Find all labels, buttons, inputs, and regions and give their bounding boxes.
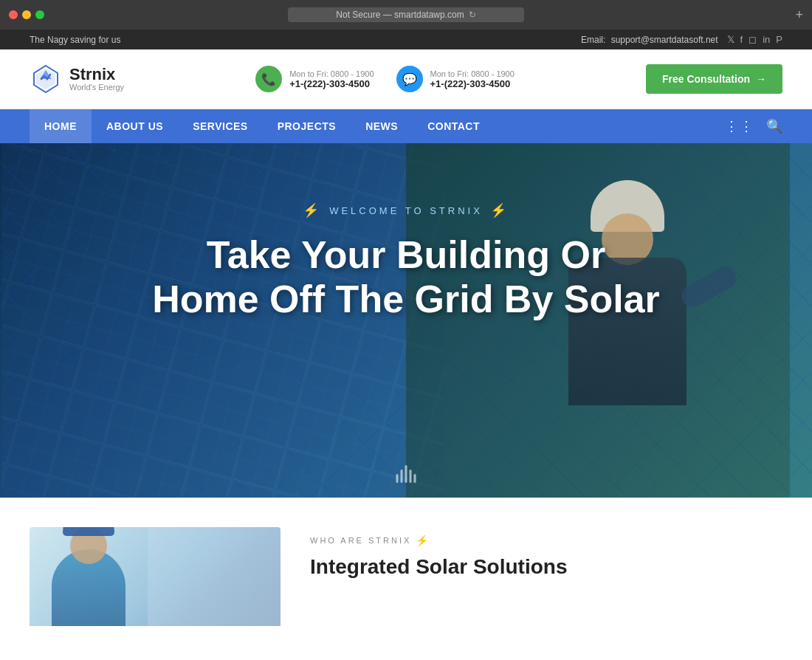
- logo-icon: [30, 63, 62, 95]
- social-icons: 𝕏 f ◻ in P: [727, 34, 782, 45]
- below-hero-title: Integrated Solar Solutions: [310, 555, 782, 579]
- hero-content: ⚡ WELCOME TO STRNIX ⚡ Take Your Building…: [0, 143, 812, 322]
- bolt-icon: ⚡: [416, 534, 430, 546]
- navbar: HOME ABOUT US SERVICES PROJECTS NEWS CON…: [0, 109, 812, 143]
- linkedin-icon[interactable]: in: [763, 34, 770, 45]
- address-bar[interactable]: Not Secure — smartdatawp.com ↻: [288, 7, 524, 22]
- topbar-email: Email: support@smartdatasoft.net: [581, 35, 718, 45]
- nav-item-contact[interactable]: CONTACT: [413, 109, 495, 143]
- search-icon[interactable]: 🔍: [766, 118, 782, 134]
- hero-title: Take Your Building Or Home Off The Grid …: [148, 233, 664, 322]
- refresh-icon[interactable]: ↻: [469, 10, 476, 20]
- nav-item-about[interactable]: ABOUT US: [92, 109, 178, 143]
- chat-contact: 💬 Mon to Fri: 0800 - 1900 +1-(222)-303-4…: [396, 66, 515, 92]
- chat-number: +1-(222)-303-4500: [430, 78, 515, 89]
- header-contacts: 📞 Mon to Fri: 0800 - 1900 +1-(222)-303-4…: [255, 66, 515, 92]
- section-image: [30, 527, 281, 626]
- hero-title-line2: Home Off The Grid By Solar: [152, 278, 660, 320]
- who-label: WHO ARE STRNIX ⚡: [310, 534, 782, 546]
- cta-label: Free Consultation: [662, 73, 750, 85]
- new-tab-button[interactable]: +: [795, 7, 803, 23]
- nav-item-services[interactable]: SERVICES: [178, 109, 263, 143]
- twitter-icon[interactable]: 𝕏: [727, 34, 734, 45]
- site-wrapper: The Nagy saving for us Email: support@sm…: [0, 30, 812, 660]
- solar-icon-right: ⚡: [490, 202, 509, 219]
- nav-item-news[interactable]: NEWS: [351, 109, 413, 143]
- browser-chrome: Not Secure — smartdatawp.com ↻ +: [0, 0, 812, 30]
- logo-name: Strnix: [69, 66, 124, 83]
- email-label: Email:: [581, 35, 605, 45]
- minimize-button[interactable]: [22, 10, 31, 19]
- logo-tagline: World's Energy: [69, 83, 124, 92]
- logo-area: Strnix World's Energy: [30, 63, 124, 95]
- chat-contact-text: Mon to Fri: 0800 - 1900 +1-(222)-303-450…: [430, 69, 515, 89]
- nav-item-projects[interactable]: PROJECTS: [263, 109, 351, 143]
- logo-text-area: Strnix World's Energy: [69, 66, 124, 92]
- slider-bar-4: [410, 470, 412, 483]
- phone-contact-text: Mon to Fri: 0800 - 1900 +1-(222)-303-450…: [289, 69, 374, 89]
- phone-contact: 📞 Mon to Fri: 0800 - 1900 +1-(222)-303-4…: [255, 66, 374, 92]
- facebook-icon[interactable]: f: [740, 34, 743, 45]
- pinterest-icon[interactable]: P: [776, 34, 782, 45]
- phone-icon: 📞: [255, 66, 282, 92]
- phone-label: Mon to Fri: 0800 - 1900: [289, 69, 374, 78]
- image-bg-right: [148, 527, 281, 626]
- chat-icon: 💬: [396, 66, 423, 92]
- chat-label: Mon to Fri: 0800 - 1900: [430, 69, 515, 78]
- slider-bar-2: [401, 470, 403, 483]
- top-bar: The Nagy saving for us Email: support@sm…: [0, 30, 812, 49]
- traffic-lights: [9, 10, 44, 19]
- slider-bar-3: [405, 465, 407, 483]
- hero-subtitle: ⚡ WELCOME TO STRNIX ⚡: [0, 202, 812, 219]
- nav-items: HOME ABOUT US SERVICES PROJECTS NEWS CON…: [30, 109, 495, 143]
- below-hero-right-content: WHO ARE STRNIX ⚡ Integrated Solar Soluti…: [310, 527, 782, 626]
- email-address: support@smartdatasoft.net: [611, 35, 718, 45]
- below-hero-section: WHO ARE STRNIX ⚡ Integrated Solar Soluti…: [0, 498, 812, 626]
- hero-title-line1: Take Your Building Or: [207, 233, 605, 276]
- site-header: Strnix World's Energy 📞 Mon to Fri: 0800…: [0, 49, 812, 109]
- maximize-button[interactable]: [35, 10, 44, 19]
- slider-bar-5: [414, 474, 416, 483]
- nav-item-home[interactable]: HOME: [30, 109, 92, 143]
- close-button[interactable]: [9, 10, 18, 19]
- nav-right: ⋮⋮ 🔍: [725, 118, 782, 134]
- topbar-right: Email: support@smartdatasoft.net 𝕏 f ◻ i…: [581, 34, 782, 45]
- address-text: Not Secure — smartdatawp.com: [336, 10, 464, 20]
- hero-subtitle-text: WELCOME TO STRNIX: [329, 205, 483, 216]
- topbar-left-text: The Nagy saving for us: [30, 35, 120, 45]
- hero-section: ⚡ WELCOME TO STRNIX ⚡ Take Your Building…: [0, 143, 812, 498]
- phone-number: +1-(222)-303-4500: [289, 78, 374, 89]
- who-label-text: WHO ARE STRNIX: [310, 536, 411, 545]
- slider-bar-1: [396, 474, 399, 483]
- cta-arrow: →: [756, 73, 766, 85]
- nav-menu-icon[interactable]: ⋮⋮: [725, 118, 754, 134]
- instagram-icon[interactable]: ◻: [749, 34, 757, 45]
- slider-indicator: [396, 465, 416, 483]
- person-helmet: [63, 527, 114, 536]
- solar-icon-left: ⚡: [303, 202, 322, 219]
- cta-button[interactable]: Free Consultation →: [646, 64, 782, 94]
